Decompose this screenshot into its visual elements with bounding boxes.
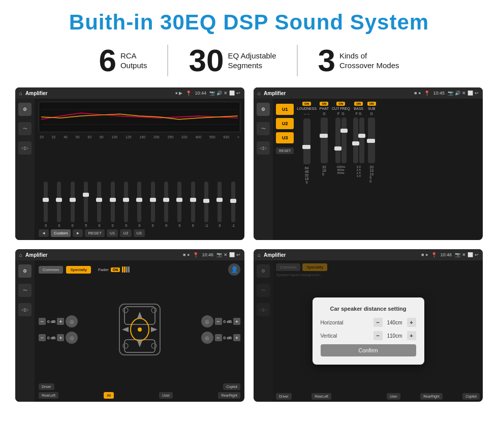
eq-slider-3: 5 bbox=[80, 182, 92, 227]
phat-on-badge: ON bbox=[320, 102, 328, 106]
spk-side-btn-3[interactable]: ◁▷ bbox=[18, 303, 32, 316]
channel-loudness: ON LOUDNESS ~~ 644832160 bbox=[297, 102, 317, 237]
spk-all-button[interactable]: All bbox=[104, 392, 114, 399]
screen-dialog: ⌂ Amplifier ■ ● 📍 10:46 📷 ✕ ⬜ ↩ ⚙ 〜 ◁▷ bbox=[254, 249, 483, 402]
spk-plus-right-1[interactable]: + bbox=[233, 318, 240, 325]
eq-u3-button[interactable]: U3 bbox=[134, 229, 145, 237]
svg-marker-11 bbox=[151, 327, 158, 332]
channel-sub: ON SUB G 20151050 bbox=[367, 102, 376, 237]
confirm-button[interactable]: Confirm bbox=[321, 344, 416, 356]
eq-slider-10: 0 bbox=[173, 182, 185, 227]
spk-tab-common[interactable]: Common bbox=[39, 266, 63, 274]
amp2-inner: U1 U2 U3 RESET ON LOUDNESS ~~ bbox=[276, 102, 480, 237]
horizontal-minus-button[interactable]: − bbox=[374, 318, 383, 327]
spk-plus-left-1[interactable]: + bbox=[57, 318, 64, 325]
spk-user-button[interactable]: User bbox=[159, 392, 173, 399]
status-time-3: 10:46 bbox=[202, 252, 213, 257]
spk-plus-left-2[interactable]: + bbox=[57, 334, 64, 341]
spk-minus-right-2[interactable]: − bbox=[215, 334, 222, 341]
spk-rearright-button[interactable]: RearRight bbox=[218, 392, 240, 399]
amp2-channels: ON LOUDNESS ~~ 644832160 bbox=[297, 102, 480, 237]
eq-prev-button[interactable]: ◄ bbox=[39, 229, 49, 237]
spk-minus-left-1[interactable]: − bbox=[39, 318, 46, 325]
bass-slider-f[interactable] bbox=[353, 117, 358, 163]
home-icon-4[interactable]: ⌂ bbox=[258, 252, 261, 258]
eq-slider-4: 0 bbox=[93, 182, 105, 227]
vertical-plus-button[interactable]: + bbox=[407, 331, 416, 340]
u2-button[interactable]: U2 bbox=[276, 118, 294, 129]
amp-side-btn-3[interactable]: ◁▷ bbox=[257, 141, 270, 155]
eq-slider-1: 0 bbox=[53, 182, 65, 227]
phat-slider[interactable] bbox=[321, 117, 328, 163]
back-icon-4[interactable]: ↩ bbox=[475, 252, 479, 257]
stat-eq: 30 EQ AdjustableSegments bbox=[168, 45, 297, 76]
u1-button[interactable]: U1 bbox=[276, 104, 294, 115]
eq-u2-button[interactable]: U2 bbox=[120, 229, 131, 237]
eq-freq-labels: 253240 506380 100125160 200250320 400500… bbox=[39, 135, 240, 139]
spk-minus-left-2[interactable]: − bbox=[39, 334, 46, 341]
home-icon-3[interactable]: ⌂ bbox=[19, 252, 22, 258]
eq-side-btn-2[interactable]: 〜 bbox=[18, 122, 32, 135]
amp2-reset-button[interactable]: RESET bbox=[276, 147, 294, 154]
spk-val-left-1: 0 dB bbox=[47, 319, 55, 324]
spk-side-btn-1[interactable]: ⚙ bbox=[18, 264, 32, 278]
bass-slider-g[interactable] bbox=[359, 117, 364, 163]
spk-minus-right-1[interactable]: − bbox=[215, 318, 222, 325]
back-icon-2[interactable]: ↩ bbox=[475, 91, 479, 96]
amp-side-btn-2[interactable]: 〜 bbox=[257, 122, 270, 135]
eq-reset-button[interactable]: RESET bbox=[85, 229, 105, 237]
eq-custom-button[interactable]: Custom bbox=[51, 229, 71, 237]
spk-copilot-button[interactable]: Copilot bbox=[223, 383, 240, 390]
screen-amp: ⌂ Amplifier ■ ● 📍 10:45 📷 🔊 ✕ ⬜ ↩ ⚙ 〜 ◁▷ bbox=[254, 87, 483, 240]
spk-driver-button[interactable]: Driver bbox=[39, 383, 54, 390]
svg-point-7 bbox=[138, 327, 142, 332]
channel-phat: ON PHAT G 32160 bbox=[320, 102, 329, 237]
loudness-on-badge: ON bbox=[302, 102, 311, 106]
spk-user-icon[interactable]: 👤 bbox=[228, 263, 240, 276]
eq-side-btn-1[interactable]: ⚙ bbox=[18, 103, 32, 116]
volume-icon: 🔊 bbox=[216, 91, 222, 96]
vertical-minus-button[interactable]: − bbox=[374, 331, 383, 340]
back-icon[interactable]: ↩ bbox=[236, 91, 240, 96]
back-icon-3[interactable]: ↩ bbox=[236, 252, 240, 257]
location-icon-4: 📍 bbox=[431, 252, 437, 258]
car-diagram-svg bbox=[109, 289, 170, 370]
cutfreq-slider-f[interactable] bbox=[335, 117, 340, 163]
sub-slider[interactable] bbox=[368, 117, 375, 163]
spk-tab-specialty[interactable]: Specialty bbox=[66, 266, 90, 274]
loudness-label: LOUDNESS bbox=[297, 107, 317, 111]
status-app-1: Amplifier bbox=[25, 91, 172, 96]
spk-rearleft-button[interactable]: RearLeft bbox=[39, 392, 58, 399]
cutfreq-slider-g[interactable] bbox=[341, 117, 347, 163]
eq-u1-button[interactable]: U1 bbox=[107, 229, 118, 237]
amp-side-btn-1[interactable]: ⚙ bbox=[257, 103, 270, 116]
spk-plus-right-2[interactable]: + bbox=[233, 334, 240, 341]
window-icon: ⬜ bbox=[229, 91, 235, 96]
dialog-title: Car speaker distance setting bbox=[321, 306, 416, 312]
stat-eq-label: EQ AdjustableSegments bbox=[228, 51, 276, 71]
spk-side-btn-2[interactable]: 〜 bbox=[18, 284, 32, 297]
window-icon-4: ⬜ bbox=[468, 252, 473, 257]
home-icon[interactable]: ⌂ bbox=[19, 91, 22, 96]
loudness-slider[interactable] bbox=[303, 118, 310, 164]
home-icon-2[interactable]: ⌂ bbox=[258, 91, 261, 96]
dialog-overlay: Car speaker distance setting Horizontal … bbox=[254, 260, 483, 402]
u3-button[interactable]: U3 bbox=[276, 132, 294, 143]
speaker-distance-dialog: Car speaker distance setting Horizontal … bbox=[313, 297, 424, 365]
dialog-horizontal-row: Horizontal − 140cm + bbox=[321, 318, 416, 327]
eq-next-button[interactable]: ► bbox=[73, 229, 83, 237]
close-icon: ✕ bbox=[224, 91, 228, 96]
stat-crossover-label: Kinds ofCrossover Modes bbox=[339, 51, 399, 71]
status-dots-4: ■ ● bbox=[421, 252, 428, 257]
fader-bars bbox=[122, 266, 130, 273]
eq-side-btn-3[interactable]: ◁▷ bbox=[18, 141, 32, 155]
speaker-icon-left-1: ◎ bbox=[66, 315, 78, 327]
horizontal-plus-button[interactable]: + bbox=[407, 318, 416, 327]
eq-slider-11: 0 bbox=[187, 182, 199, 227]
eq-controls: ◄ Custom ► RESET U1 U2 U3 bbox=[39, 229, 240, 237]
camera-icon-2: 📷 bbox=[448, 91, 453, 96]
channel-cutfreq: ON CUT FREQ FG bbox=[332, 102, 350, 237]
cutfreq-label: CUT FREQ bbox=[332, 107, 350, 111]
screen1-content: ⚙ 〜 ◁▷ bbox=[15, 99, 244, 240]
eq-main: 253240 506380 100125160 200250320 400500… bbox=[35, 99, 244, 240]
